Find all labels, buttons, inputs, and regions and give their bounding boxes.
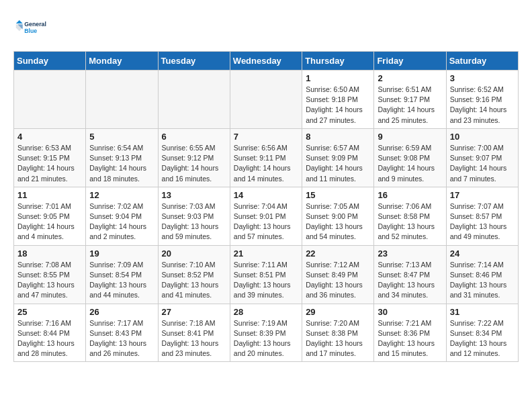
calendar-cell: 10Sunrise: 7:00 AM Sunset: 9:07 PM Dayli…	[446, 128, 518, 187]
day-number: 27	[162, 307, 226, 317]
calendar-table: SundayMondayTuesdayWednesdayThursdayFrid…	[13, 51, 519, 362]
day-number: 16	[378, 190, 442, 200]
day-info: Sunrise: 6:55 AM Sunset: 9:12 PM Dayligh…	[162, 143, 226, 184]
day-number: 19	[89, 248, 154, 259]
calendar-cell: 3Sunrise: 6:52 AM Sunset: 9:16 PM Daylig…	[446, 71, 518, 129]
day-number: 10	[450, 132, 515, 142]
day-number: 21	[234, 248, 298, 259]
day-info: Sunrise: 6:53 AM Sunset: 9:15 PM Dayligh…	[17, 143, 82, 184]
day-number: 24	[450, 248, 515, 259]
calendar-cell: 11Sunrise: 7:01 AM Sunset: 9:05 PM Dayli…	[14, 187, 86, 245]
calendar-cell: 26Sunrise: 7:17 AM Sunset: 8:43 PM Dayli…	[86, 304, 158, 362]
calendar-cell: 18Sunrise: 7:08 AM Sunset: 8:55 PM Dayli…	[14, 245, 86, 304]
day-info: Sunrise: 6:59 AM Sunset: 9:08 PM Dayligh…	[378, 143, 442, 184]
calendar-cell	[86, 71, 158, 129]
calendar-cell: 5Sunrise: 6:54 AM Sunset: 9:13 PM Daylig…	[86, 128, 158, 187]
calendar-cell: 9Sunrise: 6:59 AM Sunset: 9:08 PM Daylig…	[374, 128, 446, 187]
calendar-cell: 1Sunrise: 6:50 AM Sunset: 9:18 PM Daylig…	[302, 71, 374, 129]
day-number: 9	[378, 132, 442, 142]
calendar-cell: 30Sunrise: 7:21 AM Sunset: 8:36 PM Dayli…	[374, 304, 446, 362]
logo: General Blue	[13, 13, 47, 40]
day-number: 4	[17, 132, 82, 142]
day-info: Sunrise: 7:04 AM Sunset: 9:01 PM Dayligh…	[234, 201, 298, 242]
header-sunday: Sunday	[14, 52, 86, 71]
calendar-cell: 25Sunrise: 7:16 AM Sunset: 8:44 PM Dayli…	[14, 304, 86, 362]
calendar-week-row: 1Sunrise: 6:50 AM Sunset: 9:18 PM Daylig…	[14, 71, 519, 129]
day-number: 5	[89, 132, 154, 142]
day-info: Sunrise: 7:13 AM Sunset: 8:47 PM Dayligh…	[378, 260, 442, 301]
calendar-cell: 19Sunrise: 7:09 AM Sunset: 8:54 PM Dayli…	[86, 245, 158, 304]
calendar-header-row: SundayMondayTuesdayWednesdayThursdayFrid…	[14, 52, 519, 71]
day-info: Sunrise: 7:12 AM Sunset: 8:49 PM Dayligh…	[306, 260, 370, 301]
calendar-week-row: 18Sunrise: 7:08 AM Sunset: 8:55 PM Dayli…	[14, 245, 519, 304]
day-info: Sunrise: 7:17 AM Sunset: 8:43 PM Dayligh…	[89, 318, 154, 359]
day-number: 8	[306, 132, 370, 142]
day-number: 17	[450, 190, 515, 200]
calendar-cell: 21Sunrise: 7:11 AM Sunset: 8:51 PM Dayli…	[230, 245, 302, 304]
day-number: 26	[89, 307, 154, 317]
day-info: Sunrise: 7:11 AM Sunset: 8:51 PM Dayligh…	[234, 260, 298, 301]
day-info: Sunrise: 6:50 AM Sunset: 9:18 PM Dayligh…	[306, 85, 370, 126]
day-number: 7	[234, 132, 298, 142]
day-number: 2	[378, 73, 442, 83]
day-info: Sunrise: 7:18 AM Sunset: 8:41 PM Dayligh…	[162, 318, 226, 359]
calendar-cell: 6Sunrise: 6:55 AM Sunset: 9:12 PM Daylig…	[158, 128, 230, 187]
calendar-cell: 31Sunrise: 7:22 AM Sunset: 8:34 PM Dayli…	[446, 304, 518, 362]
day-info: Sunrise: 6:54 AM Sunset: 9:13 PM Dayligh…	[89, 143, 154, 184]
svg-text:General: General	[24, 21, 46, 28]
svg-marker-2	[16, 20, 23, 24]
calendar-cell: 14Sunrise: 7:04 AM Sunset: 9:01 PM Dayli…	[230, 187, 302, 245]
header-tuesday: Tuesday	[158, 52, 230, 71]
day-number: 1	[306, 73, 370, 83]
day-number: 11	[17, 190, 82, 200]
day-number: 14	[234, 190, 298, 200]
day-number: 31	[450, 307, 515, 317]
calendar-cell: 16Sunrise: 7:06 AM Sunset: 8:58 PM Dayli…	[374, 187, 446, 245]
header-friday: Friday	[374, 52, 446, 71]
day-number: 15	[306, 190, 370, 200]
calendar-cell	[230, 71, 302, 129]
header-thursday: Thursday	[302, 52, 374, 71]
day-number: 6	[162, 132, 226, 142]
day-info: Sunrise: 7:06 AM Sunset: 8:58 PM Dayligh…	[378, 201, 442, 242]
day-info: Sunrise: 7:03 AM Sunset: 9:03 PM Dayligh…	[162, 201, 226, 242]
day-info: Sunrise: 7:01 AM Sunset: 9:05 PM Dayligh…	[17, 201, 82, 242]
calendar-cell	[14, 71, 86, 129]
calendar-cell: 15Sunrise: 7:05 AM Sunset: 9:00 PM Dayli…	[302, 187, 374, 245]
header-wednesday: Wednesday	[230, 52, 302, 71]
day-number: 30	[378, 307, 442, 317]
day-info: Sunrise: 6:57 AM Sunset: 9:09 PM Dayligh…	[306, 143, 370, 184]
day-info: Sunrise: 7:19 AM Sunset: 8:39 PM Dayligh…	[234, 318, 298, 359]
day-info: Sunrise: 6:52 AM Sunset: 9:16 PM Dayligh…	[450, 85, 515, 126]
calendar-cell: 27Sunrise: 7:18 AM Sunset: 8:41 PM Dayli…	[158, 304, 230, 362]
calendar-cell: 20Sunrise: 7:10 AM Sunset: 8:52 PM Dayli…	[158, 245, 230, 304]
day-number: 25	[17, 307, 82, 317]
day-info: Sunrise: 6:51 AM Sunset: 9:17 PM Dayligh…	[378, 85, 442, 126]
calendar-cell: 22Sunrise: 7:12 AM Sunset: 8:49 PM Dayli…	[302, 245, 374, 304]
day-info: Sunrise: 7:00 AM Sunset: 9:07 PM Dayligh…	[450, 143, 515, 184]
calendar-cell: 24Sunrise: 7:14 AM Sunset: 8:46 PM Dayli…	[446, 245, 518, 304]
calendar-week-row: 25Sunrise: 7:16 AM Sunset: 8:44 PM Dayli…	[14, 304, 519, 362]
page-header: General Blue	[13, 13, 519, 40]
logo-svg: General Blue	[13, 13, 47, 40]
calendar-cell: 4Sunrise: 6:53 AM Sunset: 9:15 PM Daylig…	[14, 128, 86, 187]
day-number: 28	[234, 307, 298, 317]
calendar-cell: 29Sunrise: 7:20 AM Sunset: 8:38 PM Dayli…	[302, 304, 374, 362]
day-number: 3	[450, 73, 515, 83]
calendar-cell: 2Sunrise: 6:51 AM Sunset: 9:17 PM Daylig…	[374, 71, 446, 129]
day-info: Sunrise: 7:10 AM Sunset: 8:52 PM Dayligh…	[162, 260, 226, 301]
calendar-cell: 17Sunrise: 7:07 AM Sunset: 8:57 PM Dayli…	[446, 187, 518, 245]
day-info: Sunrise: 7:20 AM Sunset: 8:38 PM Dayligh…	[306, 318, 370, 359]
calendar-cell: 13Sunrise: 7:03 AM Sunset: 9:03 PM Dayli…	[158, 187, 230, 245]
day-info: Sunrise: 7:05 AM Sunset: 9:00 PM Dayligh…	[306, 201, 370, 242]
calendar-cell: 12Sunrise: 7:02 AM Sunset: 9:04 PM Dayli…	[86, 187, 158, 245]
calendar-week-row: 11Sunrise: 7:01 AM Sunset: 9:05 PM Dayli…	[14, 187, 519, 245]
day-number: 29	[306, 307, 370, 317]
day-info: Sunrise: 7:02 AM Sunset: 9:04 PM Dayligh…	[89, 201, 154, 242]
day-info: Sunrise: 7:08 AM Sunset: 8:55 PM Dayligh…	[17, 260, 82, 301]
day-number: 23	[378, 248, 442, 259]
day-number: 18	[17, 248, 82, 259]
day-info: Sunrise: 7:09 AM Sunset: 8:54 PM Dayligh…	[89, 260, 154, 301]
day-info: Sunrise: 7:14 AM Sunset: 8:46 PM Dayligh…	[450, 260, 515, 301]
svg-text:Blue: Blue	[24, 28, 37, 34]
